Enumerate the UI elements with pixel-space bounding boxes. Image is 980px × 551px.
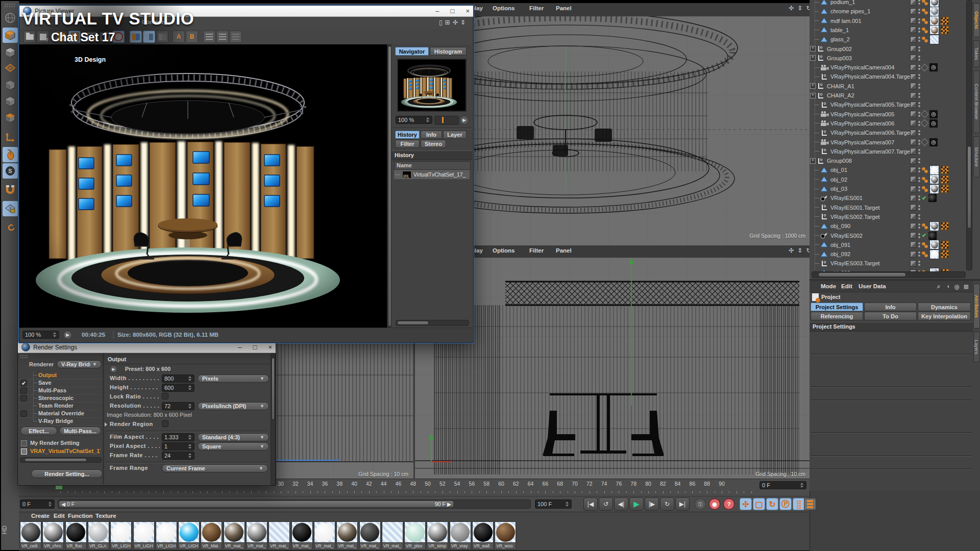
visibility-dots[interactable] <box>918 102 920 108</box>
workplane-mode-icon[interactable] <box>3 60 18 76</box>
dropdown[interactable]: Standard (4:3)▼ <box>198 433 269 441</box>
material-thumbnail[interactable] <box>314 521 335 543</box>
menu-edit-mat[interactable]: Edit <box>54 513 65 519</box>
visibility-dots[interactable] <box>918 214 920 220</box>
visibility-dots[interactable] <box>918 111 920 117</box>
object-row[interactable]: obj_090 <box>810 221 966 231</box>
effect-button[interactable]: Effect... <box>20 427 57 435</box>
material-item[interactable]: VR_mat_ <box>246 521 267 549</box>
layer-color-box[interactable] <box>910 139 917 145</box>
tab-filter[interactable]: Filter <box>395 140 420 148</box>
layer-color-box[interactable] <box>910 36 917 43</box>
material-thumbnail[interactable] <box>65 521 87 543</box>
next-frame-icon[interactable]: |▶ <box>645 497 659 511</box>
object-row[interactable]: mdf lam.001 <box>810 16 966 26</box>
workplane-lock-icon[interactable] <box>3 201 18 216</box>
material-item[interactable]: VR_mat_ <box>336 521 358 549</box>
material-item[interactable]: VR_Mat <box>201 521 222 549</box>
texture-tag[interactable] <box>941 166 949 174</box>
side-tab-content-browser[interactable]: Content Browser <box>973 70 980 133</box>
renderer-dropdown[interactable]: V-Ray Bridge▼ <box>57 360 102 368</box>
menu-user-data[interactable]: User Data <box>859 283 886 289</box>
material-item[interactable]: VR_mat_ <box>359 521 381 549</box>
material-item[interactable]: VR_mat_ <box>268 521 290 549</box>
material-tag[interactable] <box>929 165 939 175</box>
set-b-icon[interactable]: B <box>186 31 198 43</box>
render-setting-button[interactable]: Render Setting... <box>31 469 103 478</box>
side-tab-objects[interactable]: Objects <box>973 3 980 37</box>
layer-color-box[interactable] <box>910 8 917 15</box>
minimize-button[interactable]: – <box>435 7 439 15</box>
material-item[interactable]: VR_ceili <box>20 521 41 549</box>
tab-stereo[interactable]: Stereo <box>421 140 446 148</box>
camera-tag[interactable]: ◎ <box>929 110 938 119</box>
points-mode-icon[interactable] <box>3 78 18 93</box>
menu-compare[interactable]: Compare <box>142 19 167 25</box>
texture-tag[interactable] <box>941 17 949 25</box>
material-item[interactable]: VR_LIGH <box>178 521 200 549</box>
render-tree-row[interactable]: Team Render <box>18 402 102 410</box>
material-thumbnail[interactable] <box>427 521 448 543</box>
expand-icon[interactable]: + <box>810 93 816 98</box>
material-thumbnail[interactable] <box>110 521 132 543</box>
visibility-dots[interactable] <box>918 177 920 183</box>
tab-histogram[interactable]: Histogram <box>430 47 467 56</box>
visibility-dots[interactable] <box>918 205 920 211</box>
material-thumbnail[interactable] <box>201 521 222 543</box>
layer-color-box[interactable] <box>910 73 917 80</box>
material-thumbnail[interactable] <box>450 521 471 543</box>
material-tag[interactable] <box>929 35 939 44</box>
menu-filter[interactable]: Filter <box>529 5 544 11</box>
layer-color-box[interactable] <box>910 204 917 211</box>
object-row[interactable]: VRayPhysicalCamera006◎ <box>810 119 966 128</box>
layer-color-box[interactable] <box>910 260 917 267</box>
value-field[interactable]: 1 <box>162 442 194 450</box>
camera-tag[interactable]: ◎ <box>929 63 938 72</box>
texture-tag[interactable] <box>941 185 949 193</box>
layer-color-box[interactable] <box>910 55 917 61</box>
object-row[interactable]: glass_2 <box>810 35 966 44</box>
rs-hscrollbar[interactable] <box>20 457 102 463</box>
material-thumbnail[interactable] <box>382 521 403 543</box>
object-row[interactable]: podium_1 <box>810 0 966 7</box>
lock-icon[interactable]: ◖ <box>946 283 950 289</box>
layer-color-box[interactable] <box>910 0 917 6</box>
texture-tag[interactable] <box>941 222 949 230</box>
timeline-min-field[interactable]: 0 F <box>20 499 55 509</box>
frame-fit-icon[interactable] <box>99 31 111 43</box>
material-tag[interactable] <box>929 221 939 231</box>
layer-color-box[interactable] <box>910 223 917 230</box>
texture-tag[interactable] <box>941 241 949 249</box>
visibility-dots[interactable] <box>918 120 920 127</box>
material-thumbnail[interactable] <box>88 521 109 543</box>
object-row[interactable]: VRayIES003.Target <box>810 259 966 268</box>
material-item[interactable]: VR_mat_ <box>224 521 245 549</box>
layer-color-box[interactable] <box>910 148 917 155</box>
axis-mode-icon[interactable] <box>3 130 18 145</box>
layer-color-box[interactable] <box>910 195 917 202</box>
material-item[interactable]: VR_mat_ <box>314 521 335 549</box>
material-thumbnail[interactable] <box>178 521 200 543</box>
material-item[interactable]: VR_woo <box>495 521 516 549</box>
material-tag[interactable] <box>929 25 939 35</box>
visibility-dots[interactable] <box>918 148 920 155</box>
open-icon[interactable] <box>23 31 36 43</box>
object-list-hscrollbar[interactable] <box>812 271 966 278</box>
material-thumbnail[interactable] <box>291 521 313 543</box>
material-item[interactable]: VR_simp <box>427 521 448 549</box>
menu-filter-2[interactable]: Filter <box>529 247 544 254</box>
render-tree-row[interactable]: Stereoscopic <box>18 394 102 403</box>
light-tag[interactable] <box>928 231 937 240</box>
navigator-zoom-slider[interactable] <box>434 116 459 125</box>
render-settings-titlebar[interactable]: Render Settings – □ × <box>18 342 276 353</box>
object-list-vscrollbar[interactable] <box>966 0 972 270</box>
film-strip-icon[interactable] <box>55 31 67 43</box>
menu-panel[interactable]: Panel <box>556 5 572 11</box>
object-row[interactable]: obj_01 <box>810 165 966 174</box>
object-row[interactable]: +CHAIR_A2 <box>810 91 966 100</box>
texture-tag[interactable] <box>941 26 949 34</box>
expand-icon[interactable]: + <box>810 158 816 164</box>
visibility-dots[interactable] <box>918 0 920 5</box>
object-row[interactable]: obj_092 <box>810 249 966 259</box>
layout-icon[interactable] <box>804 498 816 510</box>
